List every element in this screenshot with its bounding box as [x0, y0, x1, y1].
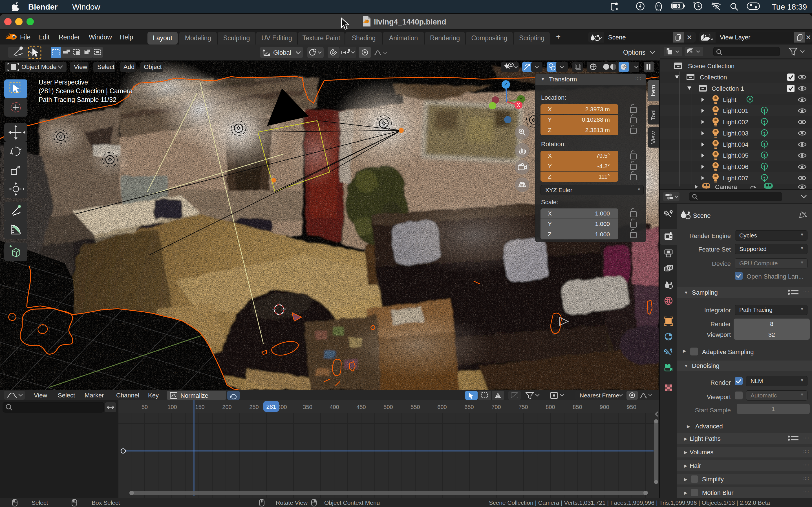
- svg-text:Rotate View: Rotate View: [276, 499, 308, 506]
- svg-text:X: X: [517, 103, 520, 108]
- svg-text:Light.002: Light.002: [723, 119, 749, 126]
- svg-text:750: 750: [518, 404, 528, 410]
- svg-text:600: 600: [437, 404, 447, 410]
- svg-text:450: 450: [356, 404, 366, 410]
- svg-text:Global: Global: [273, 49, 291, 56]
- svg-text:500: 500: [384, 404, 393, 410]
- svg-text:Normalize: Normalize: [181, 392, 208, 399]
- svg-text:100: 100: [167, 404, 177, 410]
- svg-text:800: 800: [546, 404, 555, 410]
- svg-text:250: 250: [249, 404, 259, 410]
- svg-text:350: 350: [303, 404, 312, 410]
- svg-text:Light.001: Light.001: [723, 107, 749, 114]
- svg-text:Object Context Menu: Object Context Menu: [324, 499, 380, 506]
- svg-text:Options: Options: [623, 49, 645, 56]
- svg-text:Add: Add: [123, 63, 135, 70]
- svg-text:Select: Select: [32, 499, 48, 506]
- svg-text:950: 950: [627, 404, 636, 410]
- svg-text:200: 200: [222, 404, 232, 410]
- svg-text:Scene Collection | Camera | Ve: Scene Collection | Camera | Verts:1,031,…: [489, 499, 770, 506]
- svg-text:View: View: [34, 392, 47, 399]
- svg-text:281: 281: [266, 403, 276, 410]
- svg-text:550: 550: [410, 404, 420, 410]
- svg-text:View: View: [74, 63, 87, 70]
- svg-text:Select: Select: [97, 63, 114, 70]
- svg-text:650: 650: [464, 404, 474, 410]
- svg-text:900: 900: [600, 404, 609, 410]
- svg-text:Nearest Frame: Nearest Frame: [580, 392, 619, 399]
- svg-text:Select: Select: [58, 392, 75, 399]
- svg-text:Light.006: Light.006: [723, 163, 749, 170]
- svg-text:Light.003: Light.003: [723, 130, 749, 137]
- svg-text:700: 700: [492, 404, 501, 410]
- svg-text:Key: Key: [148, 392, 159, 399]
- svg-text:Object Mode: Object Mode: [21, 63, 57, 70]
- svg-text:Marker: Marker: [85, 392, 104, 399]
- svg-text:Camera: Camera: [715, 183, 737, 189]
- svg-text:Channel: Channel: [116, 392, 139, 399]
- svg-text:Z: Z: [504, 82, 507, 87]
- svg-text:Light.007: Light.007: [723, 175, 749, 182]
- svg-text:850: 850: [573, 404, 582, 410]
- svg-text:Light.004: Light.004: [723, 141, 749, 148]
- svg-text:150: 150: [195, 404, 204, 410]
- svg-text:Object: Object: [144, 63, 162, 70]
- svg-text:50: 50: [142, 404, 148, 410]
- svg-text:Light: Light: [723, 96, 737, 103]
- svg-text:Light.005: Light.005: [723, 152, 749, 159]
- svg-text:Box Select: Box Select: [92, 499, 120, 506]
- svg-text:Y: Y: [519, 97, 522, 102]
- svg-text:400: 400: [329, 404, 339, 410]
